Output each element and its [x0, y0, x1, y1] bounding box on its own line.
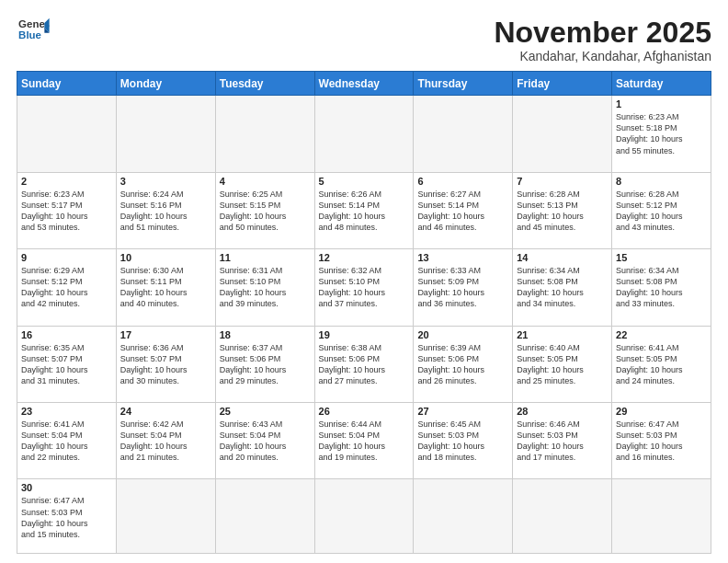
table-row: 20Sunrise: 6:39 AM Sunset: 5:06 PM Dayli… — [414, 326, 513, 402]
day-info: Sunrise: 6:23 AM Sunset: 5:18 PM Dayligh… — [616, 111, 707, 156]
day-number: 22 — [616, 329, 707, 340]
calendar-week-row: 23Sunrise: 6:41 AM Sunset: 5:04 PM Dayli… — [17, 402, 711, 478]
svg-text:Blue: Blue — [18, 29, 41, 40]
day-info: Sunrise: 6:29 AM Sunset: 5:12 PM Dayligh… — [21, 265, 112, 310]
day-number: 6 — [417, 176, 508, 187]
day-info: Sunrise: 6:35 AM Sunset: 5:07 PM Dayligh… — [21, 342, 112, 387]
day-info: Sunrise: 6:28 AM Sunset: 5:13 PM Dayligh… — [517, 189, 608, 234]
table-row — [314, 96, 414, 172]
table-row: 18Sunrise: 6:37 AM Sunset: 5:06 PM Dayli… — [215, 326, 314, 402]
calendar-header-row: Sunday Monday Tuesday Wednesday Thursday… — [17, 72, 711, 96]
day-info: Sunrise: 6:39 AM Sunset: 5:06 PM Dayligh… — [417, 342, 508, 387]
header: General Blue November 2025 Kandahar, Kan… — [17, 17, 711, 63]
day-info: Sunrise: 6:23 AM Sunset: 5:17 PM Dayligh… — [21, 189, 112, 234]
day-number: 25 — [220, 406, 311, 417]
day-number: 20 — [417, 329, 508, 340]
day-info: Sunrise: 6:24 AM Sunset: 5:16 PM Dayligh… — [120, 189, 211, 234]
day-info: Sunrise: 6:31 AM Sunset: 5:10 PM Dayligh… — [220, 265, 311, 310]
day-info: Sunrise: 6:40 AM Sunset: 5:05 PM Dayligh… — [517, 342, 608, 387]
day-number: 27 — [417, 406, 508, 417]
table-row: 11Sunrise: 6:31 AM Sunset: 5:10 PM Dayli… — [215, 249, 314, 326]
day-info: Sunrise: 6:43 AM Sunset: 5:04 PM Dayligh… — [220, 419, 311, 464]
header-friday: Friday — [513, 72, 612, 96]
day-number: 17 — [120, 329, 211, 340]
calendar-week-row: 30Sunrise: 6:47 AM Sunset: 5:03 PM Dayli… — [17, 479, 711, 554]
table-row: 25Sunrise: 6:43 AM Sunset: 5:04 PM Dayli… — [215, 402, 314, 478]
day-number: 15 — [616, 252, 707, 263]
day-number: 16 — [21, 329, 112, 340]
table-row: 16Sunrise: 6:35 AM Sunset: 5:07 PM Dayli… — [17, 326, 117, 402]
table-row: 2Sunrise: 6:23 AM Sunset: 5:17 PM Daylig… — [17, 172, 117, 248]
table-row: 15Sunrise: 6:34 AM Sunset: 5:08 PM Dayli… — [612, 249, 711, 326]
table-row: 4Sunrise: 6:25 AM Sunset: 5:15 PM Daylig… — [215, 172, 314, 248]
table-row: 29Sunrise: 6:47 AM Sunset: 5:03 PM Dayli… — [612, 402, 711, 478]
day-number: 3 — [120, 176, 211, 187]
logo-icon: General Blue — [17, 17, 50, 44]
day-number: 1 — [616, 98, 707, 109]
day-number: 18 — [220, 329, 311, 340]
header-tuesday: Tuesday — [215, 72, 314, 96]
day-info: Sunrise: 6:45 AM Sunset: 5:03 PM Dayligh… — [417, 419, 508, 464]
location: Kandahar, Kandahar, Afghanistan — [494, 49, 711, 63]
day-number: 12 — [319, 252, 410, 263]
day-info: Sunrise: 6:42 AM Sunset: 5:04 PM Dayligh… — [120, 419, 211, 464]
table-row: 28Sunrise: 6:46 AM Sunset: 5:03 PM Dayli… — [513, 402, 612, 478]
day-number: 30 — [21, 482, 112, 493]
table-row: 5Sunrise: 6:26 AM Sunset: 5:14 PM Daylig… — [314, 172, 414, 248]
day-info: Sunrise: 6:33 AM Sunset: 5:09 PM Dayligh… — [417, 265, 508, 310]
day-info: Sunrise: 6:37 AM Sunset: 5:06 PM Dayligh… — [220, 342, 311, 387]
day-number: 2 — [21, 176, 112, 187]
table-row: 21Sunrise: 6:40 AM Sunset: 5:05 PM Dayli… — [513, 326, 612, 402]
day-info: Sunrise: 6:44 AM Sunset: 5:04 PM Dayligh… — [319, 419, 410, 464]
table-row — [414, 479, 513, 554]
day-info: Sunrise: 6:36 AM Sunset: 5:07 PM Dayligh… — [120, 342, 211, 387]
day-info: Sunrise: 6:46 AM Sunset: 5:03 PM Dayligh… — [517, 419, 608, 464]
day-number: 11 — [220, 252, 311, 263]
table-row: 22Sunrise: 6:41 AM Sunset: 5:05 PM Dayli… — [612, 326, 711, 402]
table-row — [17, 96, 117, 172]
table-row: 19Sunrise: 6:38 AM Sunset: 5:06 PM Dayli… — [314, 326, 414, 402]
calendar-table: Sunday Monday Tuesday Wednesday Thursday… — [17, 71, 711, 554]
table-row — [314, 479, 414, 554]
header-monday: Monday — [116, 72, 215, 96]
day-number: 29 — [616, 406, 707, 417]
day-info: Sunrise: 6:41 AM Sunset: 5:05 PM Dayligh… — [616, 342, 707, 387]
day-info: Sunrise: 6:38 AM Sunset: 5:06 PM Dayligh… — [319, 342, 410, 387]
table-row: 9Sunrise: 6:29 AM Sunset: 5:12 PM Daylig… — [17, 249, 117, 326]
day-info: Sunrise: 6:26 AM Sunset: 5:14 PM Dayligh… — [319, 189, 410, 234]
table-row: 3Sunrise: 6:24 AM Sunset: 5:16 PM Daylig… — [116, 172, 215, 248]
table-row: 17Sunrise: 6:36 AM Sunset: 5:07 PM Dayli… — [116, 326, 215, 402]
table-row: 6Sunrise: 6:27 AM Sunset: 5:14 PM Daylig… — [414, 172, 513, 248]
table-row — [414, 96, 513, 172]
calendar-week-row: 1Sunrise: 6:23 AM Sunset: 5:18 PM Daylig… — [17, 96, 711, 172]
table-row — [513, 479, 612, 554]
day-info: Sunrise: 6:30 AM Sunset: 5:11 PM Dayligh… — [120, 265, 211, 310]
table-row: 23Sunrise: 6:41 AM Sunset: 5:04 PM Dayli… — [17, 402, 117, 478]
day-number: 8 — [616, 176, 707, 187]
table-row — [215, 479, 314, 554]
day-number: 13 — [417, 252, 508, 263]
table-row: 14Sunrise: 6:34 AM Sunset: 5:08 PM Dayli… — [513, 249, 612, 326]
table-row — [513, 96, 612, 172]
day-number: 24 — [120, 406, 211, 417]
table-row — [215, 96, 314, 172]
title-area: November 2025 Kandahar, Kandahar, Afghan… — [494, 17, 711, 63]
day-number: 5 — [319, 176, 410, 187]
day-info: Sunrise: 6:34 AM Sunset: 5:08 PM Dayligh… — [616, 265, 707, 310]
table-row: 30Sunrise: 6:47 AM Sunset: 5:03 PM Dayli… — [17, 479, 117, 554]
logo: General Blue — [17, 17, 50, 44]
header-thursday: Thursday — [414, 72, 513, 96]
day-info: Sunrise: 6:32 AM Sunset: 5:10 PM Dayligh… — [319, 265, 410, 310]
table-row: 26Sunrise: 6:44 AM Sunset: 5:04 PM Dayli… — [314, 402, 414, 478]
day-info: Sunrise: 6:27 AM Sunset: 5:14 PM Dayligh… — [417, 189, 508, 234]
calendar-week-row: 16Sunrise: 6:35 AM Sunset: 5:07 PM Dayli… — [17, 326, 711, 402]
table-row: 27Sunrise: 6:45 AM Sunset: 5:03 PM Dayli… — [414, 402, 513, 478]
day-number: 14 — [517, 252, 608, 263]
day-number: 28 — [517, 406, 608, 417]
day-info: Sunrise: 6:25 AM Sunset: 5:15 PM Dayligh… — [220, 189, 311, 234]
header-saturday: Saturday — [612, 72, 711, 96]
day-info: Sunrise: 6:34 AM Sunset: 5:08 PM Dayligh… — [517, 265, 608, 310]
day-info: Sunrise: 6:47 AM Sunset: 5:03 PM Dayligh… — [616, 419, 707, 464]
day-info: Sunrise: 6:41 AM Sunset: 5:04 PM Dayligh… — [21, 419, 112, 464]
table-row — [612, 479, 711, 554]
